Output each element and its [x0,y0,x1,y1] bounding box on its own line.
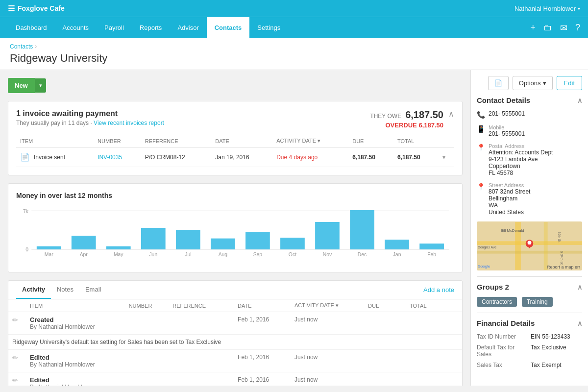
nav-contacts[interactable]: Contacts [207,17,250,39]
map-image[interactable]: Google Douglas Ave 36th St S 34th St Bil… [477,221,582,270]
invoice-owe-area: THEY OWE 6,187.50 OVERDUE 6,187.50 ∧ [370,109,454,129]
svg-text:Jan: Jan [393,252,401,257]
invoice-box: 1 invoice awaiting payment They usually … [8,101,463,175]
svg-rect-18 [280,238,305,249]
new-button[interactable]: New [8,78,35,93]
nav-advisor[interactable]: Advisor [170,17,206,39]
svg-rect-4 [37,246,61,249]
activity-item: Edited [30,376,121,384]
svg-text:S 34th St: S 34th St [560,251,564,265]
financial-collapse-icon[interactable]: ∧ [577,319,582,327]
options-arrow: ▾ [543,79,546,87]
new-dropdown-button[interactable]: ▾ [35,78,46,93]
svg-rect-10 [141,228,166,249]
nav-bar: Dashboard Accounts Payroll Reports Advis… [0,17,588,38]
activity-note-row: Ridgeway University's default tax settin… [8,335,462,350]
postal-row: 📍 Postal Address Attention: Accounts Dep… [477,143,582,176]
options-button[interactable]: Options ▾ [513,76,553,90]
svg-text:Feb: Feb [427,252,436,257]
sidebar-divider [477,276,582,277]
main-content: New ▾ 1 invoice awaiting payment They us… [0,70,470,386]
mobile-row: 📱 Mobile 201- 5555001 [477,124,582,137]
map-svg: Google Douglas Ave 36th St S 34th St Bil… [477,221,582,270]
edit-icon: ✏ [12,354,18,362]
svg-rect-6 [72,236,96,249]
row-expand-icon[interactable]: ▾ [442,154,445,161]
invoice-subtitle: They usually pay in 11 days · View recen… [16,120,164,126]
act-col-item: ITEM [26,299,125,312]
table-row: ✏ Created By Nathanial Hornblower Feb 1,… [8,312,462,335]
invoice-collapse-icon[interactable]: ∧ [448,109,454,119]
nav-dashboard[interactable]: Dashboard [8,17,55,39]
svg-text:7k: 7k [23,209,29,214]
invoice-info: 1 invoice awaiting payment They usually … [16,109,164,126]
svg-text:36th St: 36th St [558,232,561,243]
col-number: NUMBER [94,135,141,147]
tab-activity[interactable]: Activity [16,281,51,299]
sidebar-top-actions: 📄 Options ▾ Edit [477,76,582,90]
act-col-date: DATE [234,299,291,312]
svg-text:Jun: Jun [149,252,157,257]
breadcrumb-parent[interactable]: Contacts [10,43,33,50]
edit-icon: ✏ [12,316,18,324]
email-icon[interactable]: ✉ [560,23,567,33]
postal-address: Attention: Accounts Dept9-123 Lambda Ave… [489,149,553,176]
tab-notes[interactable]: Notes [51,281,79,299]
activity-item: Created [30,316,121,323]
svg-text:Bill McDonald: Bill McDonald [501,228,524,233]
mobile-number: 201- 5555001 [489,130,525,137]
groups-collapse-icon[interactable]: ∧ [577,283,582,291]
svg-text:Google: Google [478,264,490,269]
invoice-owe: THEY OWE 6,187.50 OVERDUE 6,187.50 [370,109,443,129]
nav-accounts[interactable]: Accounts [55,17,97,39]
financial-row: Default Tax for SalesTax Exclusive [477,344,582,358]
svg-text:Oct: Oct [289,252,296,257]
activity-by: By Nathanial Hornblower [30,361,121,368]
nav-reports[interactable]: Reports [132,17,170,39]
add-note-link[interactable]: Add a note [423,286,454,294]
mobile-label: Mobile [489,124,525,130]
sidebar: 📄 Options ▾ Edit Contact Details ∧ 📞 201… [470,70,588,386]
group-tag-training[interactable]: Training [522,297,553,307]
act-col-total: TOTAL [406,299,447,312]
page-title: Ridgeway University [10,52,578,70]
they-owe-label: THEY OWE [370,113,401,120]
tab-email[interactable]: Email [79,281,107,299]
svg-text:Dec: Dec [358,252,367,257]
activity-by: By Nathanial Hornblower [30,384,121,386]
postal-label: Postal Address [489,143,553,149]
svg-rect-26 [419,244,444,249]
svg-text:Aug: Aug [219,252,228,257]
edit-button[interactable]: Edit [557,76,582,90]
act-col-due: DUE [364,299,406,312]
app-logo: ☰ Foxglove Cafe [8,4,65,13]
logo-icon: ☰ [8,4,15,13]
add-icon[interactable]: + [530,23,536,33]
activity-item: Edited [30,354,121,361]
invoice-number-link[interactable]: INV-0035 [98,154,122,161]
svg-text:Nov: Nov [323,252,332,257]
main-layout: New ▾ 1 invoice awaiting payment They us… [0,70,588,386]
doc-button[interactable]: 📄 [488,76,509,90]
contact-collapse-icon[interactable]: ∧ [577,97,582,104]
user-menu[interactable]: Nathanial Hornblower ▾ [514,5,580,12]
breadcrumb: Contacts › [10,43,578,50]
svg-text:May: May [114,252,124,257]
edit-icon: ✏ [12,376,18,384]
group-tag-contractors[interactable]: Contractors [477,297,517,307]
svg-text:0: 0 [25,247,28,252]
view-invoices-link[interactable]: View recent invoices report [94,120,164,126]
act-col-activity-date: ACTIVITY DATE ▾ [291,299,364,312]
svg-rect-8 [106,246,131,249]
nav-payroll[interactable]: Payroll [97,17,132,39]
chart-area: 7k0MarAprMayJunJulAugSepOctNovDecJanFeb [16,205,454,264]
invoice-activity-date: Due 4 days ago [272,147,348,167]
help-icon[interactable]: ? [575,23,580,33]
folder-icon[interactable]: 🗀 [543,23,552,33]
nav-settings[interactable]: Settings [249,17,288,39]
toolbar: New ▾ [8,78,463,93]
col-activity-date: ACTIVITY DATE ▾ [272,135,348,147]
sidebar-divider-2 [477,313,582,313]
svg-rect-16 [245,232,270,249]
svg-text:Apr: Apr [80,252,88,257]
